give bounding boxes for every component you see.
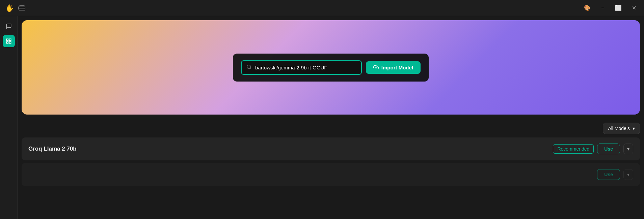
app-logo: 🖐️ bbox=[5, 4, 14, 12]
expand-model-button[interactable]: ▾ bbox=[623, 144, 633, 154]
svg-point-4 bbox=[247, 65, 251, 69]
models-section: All Models ▾ Groq Llama 2 70b Recommende… bbox=[18, 119, 644, 219]
minimize-button[interactable]: − bbox=[598, 3, 608, 13]
titlebar: 🖐️ 🎨 − ⬜ ✕ bbox=[0, 0, 644, 16]
model-name: Groq Llama 2 70b bbox=[28, 146, 77, 152]
search-icon bbox=[246, 64, 252, 71]
hero-banner: Import Model bbox=[22, 20, 640, 115]
chevron-down-icon: ▾ bbox=[627, 172, 629, 177]
use-model-button[interactable]: Use bbox=[597, 144, 620, 154]
palette-button[interactable]: 🎨 bbox=[583, 3, 592, 13]
chevron-down-icon: ▾ bbox=[633, 126, 635, 131]
svg-rect-3 bbox=[9, 42, 11, 43]
main-layout: Import Model All Models ▾ Groq Llama 2 7… bbox=[0, 16, 644, 219]
model-row: Use ▾ bbox=[22, 163, 640, 186]
svg-rect-2 bbox=[6, 42, 8, 43]
svg-rect-0 bbox=[6, 39, 8, 40]
svg-rect-1 bbox=[9, 39, 11, 40]
import-model-button[interactable]: Import Model bbox=[366, 61, 421, 74]
model-row-actions: Use ▾ bbox=[597, 169, 633, 180]
search-input-wrapper bbox=[241, 60, 362, 75]
use-model-button[interactable]: Use bbox=[597, 169, 620, 180]
models-header: All Models ▾ bbox=[22, 119, 640, 137]
search-area: Import Model bbox=[233, 54, 429, 82]
main-content: Import Model All Models ▾ Groq Llama 2 7… bbox=[18, 16, 644, 219]
hamburger-menu-button[interactable] bbox=[18, 5, 26, 11]
model-row-actions: Recommended Use ▾ bbox=[553, 144, 633, 154]
close-button[interactable]: ✕ bbox=[629, 3, 639, 13]
recommended-badge: Recommended bbox=[553, 144, 594, 154]
titlebar-controls: 🎨 − ⬜ ✕ bbox=[583, 3, 639, 13]
chevron-down-icon: ▾ bbox=[627, 146, 629, 152]
expand-model-button[interactable]: ▾ bbox=[623, 169, 633, 180]
maximize-button[interactable]: ⬜ bbox=[614, 3, 623, 13]
all-models-dropdown[interactable]: All Models ▾ bbox=[603, 123, 640, 134]
sidebar bbox=[0, 16, 18, 219]
model-row: Groq Llama 2 70b Recommended Use ▾ bbox=[22, 137, 640, 160]
sidebar-item-chat[interactable] bbox=[3, 20, 15, 32]
svg-line-5 bbox=[250, 68, 251, 69]
titlebar-left: 🖐️ bbox=[5, 4, 26, 12]
search-input[interactable] bbox=[255, 65, 356, 70]
sidebar-item-apps[interactable] bbox=[3, 35, 15, 47]
